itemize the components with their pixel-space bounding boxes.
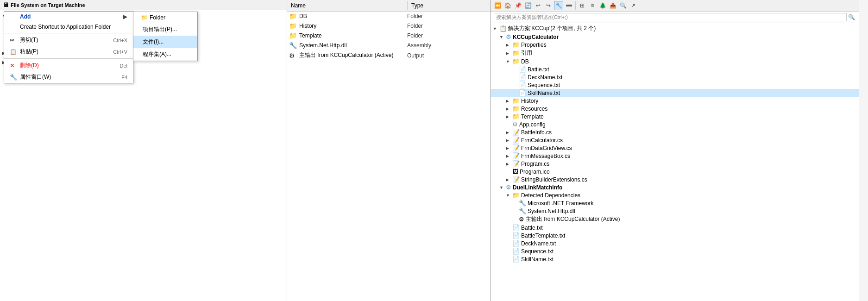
- toolbar-grid-btn[interactable]: ⊞: [578, 1, 587, 10]
- menu-item-create-shortcut[interactable]: Create Shortcut to Application Folder: [4, 22, 133, 32]
- sol-item-kccupcalculator[interactable]: ▼ ⚙ KCCupCalculator: [491, 33, 859, 41]
- folder-icon: 📁: [512, 50, 520, 56]
- sol-item-stringbuilder-cs[interactable]: ▶ 📝 StringBuilderExtensions.cs: [491, 176, 859, 183]
- arrow-icon: ▶: [506, 130, 512, 135]
- toolbar-expand-btn[interactable]: ↗: [629, 1, 638, 10]
- sol-item-solution[interactable]: ▼ 📋 解决方案'KCCup'(2 个项目, 共 2 个): [491, 24, 859, 33]
- sol-label-main-output: 主输出 from KCCupCalculator (Active): [526, 215, 620, 223]
- file-name: History: [298, 23, 407, 29]
- arrow-icon: ▼: [499, 185, 506, 190]
- sol-item-skillname-txt[interactable]: 📄 SkillName.txt: [491, 89, 859, 97]
- sol-label-skillname-txt: SkillName.txt: [528, 90, 560, 96]
- submenu-item-file[interactable]: 文件(I)...: [133, 36, 197, 48]
- toolbar-refresh-btn[interactable]: 🔄: [523, 1, 533, 10]
- file-type: Folder: [407, 23, 481, 29]
- sol-item-battletemplate-txt[interactable]: 📄 BattleTemplate.txt: [491, 232, 859, 239]
- sol-label-references: 引用: [521, 49, 532, 57]
- sol-item-ms-net[interactable]: 🔧 Microsoft .NET Framework: [491, 199, 859, 207]
- sol-item-program-ico[interactable]: 🖼 Program.ico: [491, 168, 859, 176]
- menu-item-delete[interactable]: ✕ 删除(D) Del: [4, 60, 133, 71]
- net-icon: 🔧: [519, 200, 526, 207]
- toolbar-redo-btn[interactable]: ↪: [544, 1, 553, 10]
- toolbar-undo-btn[interactable]: ↩: [534, 1, 543, 10]
- folder-icon: 📁: [141, 14, 148, 21]
- sol-item-properties[interactable]: ▶ 📁 Properties: [491, 41, 859, 49]
- paste-icon: 📋: [10, 49, 18, 55]
- cs-icon: 📝: [512, 144, 520, 151]
- sol-item-history[interactable]: ▶ 📁 History: [491, 97, 859, 105]
- sol-item-main-output[interactable]: ⚙ 主输出 from KCCupCalculator (Active): [491, 215, 859, 224]
- project-icon: ⚙: [506, 33, 511, 40]
- sol-item-duellinkmatchinfo[interactable]: ▼ ⚙ DuelLinkMatchInfo: [491, 183, 859, 191]
- sol-item-battleinfo-cs[interactable]: ▶ 📝 BattleInfo.cs: [491, 128, 859, 136]
- sol-item-battle-txt2[interactable]: 📄 Battle.txt: [491, 224, 859, 232]
- sol-item-references[interactable]: ▶ 📁 引用: [491, 49, 859, 57]
- sol-item-system-net-http[interactable]: 🔧 System.Net.Http.dll: [491, 207, 859, 215]
- submenu-item-target-output[interactable]: 项目输出(P)...: [133, 23, 197, 36]
- toolbar-minus-btn[interactable]: ➖: [564, 1, 573, 10]
- vertical-tab[interactable]: 解决方案资源管理器: [860, 2, 868, 6]
- sol-item-battle-txt[interactable]: 📄 Battle.txt: [491, 65, 859, 73]
- menu-item-cut[interactable]: ✂ 剪切(T) Ctrl+X: [4, 34, 133, 46]
- col-header-name[interactable]: Name: [287, 1, 408, 10]
- toolbar-preview-btn[interactable]: 📤: [608, 1, 617, 10]
- col-type-label: Type: [411, 2, 423, 9]
- toolbar-pin-btn[interactable]: 📌: [513, 1, 522, 10]
- menu-item-properties[interactable]: 🔧 属性窗口(W) F4: [4, 71, 133, 83]
- txt-icon: 📄: [512, 248, 520, 255]
- sol-item-detected-deps[interactable]: ▼ 📁 Detected Dependencies: [491, 191, 859, 199]
- col-header-type[interactable]: Type: [408, 1, 482, 10]
- sol-item-db[interactable]: ▼ 📁 DB: [491, 57, 859, 65]
- file-row[interactable]: 📁 Template Folder: [287, 31, 491, 41]
- menu-label-add: Add: [20, 13, 121, 20]
- menu-item-paste[interactable]: 📋 粘贴(P) Ctrl+V: [4, 46, 133, 57]
- vertical-sidebar: 解决方案资源管理器: [859, 0, 868, 301]
- file-row[interactable]: ⚙ 主输出 from KCCupCalculator (Active) Outp…: [287, 50, 491, 61]
- toolbar-tree-btn[interactable]: 🌲: [598, 1, 607, 10]
- file-row[interactable]: 🔧 System.Net.Http.dll Assembly: [287, 41, 491, 50]
- toolbar-search-btn[interactable]: 🔍: [618, 1, 628, 10]
- sol-item-template[interactable]: ▶ 📁 Template: [491, 113, 859, 120]
- sol-item-skillname-txt2[interactable]: 📄 SkillName.txt: [491, 255, 859, 263]
- search-icon-btn[interactable]: 🔍: [847, 13, 856, 22]
- file-list[interactable]: 📁 DB Folder 📁 History Folder 📁 Template …: [287, 12, 491, 301]
- toolbar-home-btn[interactable]: 🏠: [503, 1, 512, 10]
- sol-label-template: Template: [521, 113, 544, 120]
- sol-label-properties: Properties: [521, 42, 547, 48]
- menu-item-add[interactable]: Add ▶ 📁 Folder 项目输出(P)...: [4, 12, 133, 22]
- sol-label-solution: 解决方案'KCCup'(2 个项目, 共 2 个): [508, 25, 596, 32]
- cut-shortcut: Ctrl+X: [113, 38, 127, 43]
- delete-shortcut: Del: [120, 63, 127, 69]
- assembly-icon: 🔧: [289, 42, 298, 49]
- cs-icon: 📝: [512, 129, 520, 136]
- sol-item-frmdatagridview-cs[interactable]: ▶ 📝 FrmDataGridView.cs: [491, 144, 859, 152]
- sol-label-battle-txt2: Battle.txt: [521, 225, 543, 231]
- file-row[interactable]: 📁 History Folder: [287, 21, 491, 31]
- sol-item-app-config[interactable]: ⚙ App.config: [491, 120, 859, 128]
- toolbar-settings-btn[interactable]: 🔧: [554, 1, 563, 10]
- submenu-item-assembly[interactable]: 程序集(A)...: [133, 48, 197, 61]
- txt-icon: 📄: [519, 66, 526, 73]
- sol-label-app-config: App.config: [519, 121, 546, 128]
- sol-item-deckname-txt2[interactable]: 📄 DeckName.txt: [491, 239, 859, 247]
- sol-item-deckname-txt[interactable]: 📄 DeckName.txt: [491, 73, 859, 81]
- search-input[interactable]: [494, 13, 847, 21]
- solution-explorer-tree[interactable]: ▼ 📋 解决方案'KCCup'(2 个项目, 共 2 个) ▼ ⚙ KCCupC…: [491, 23, 859, 301]
- arrow-icon: ▶: [506, 99, 512, 103]
- sol-label-frmcalculator-cs: FrmCalculator.cs: [521, 137, 563, 144]
- cut-icon: ✂: [10, 37, 18, 44]
- toolbar-list-btn[interactable]: ≡: [588, 1, 597, 10]
- file-type: Folder: [407, 13, 481, 19]
- folder-icon: 📁: [289, 22, 298, 30]
- sol-item-program-cs[interactable]: ▶ 📝 Program.cs: [491, 160, 859, 168]
- file-row[interactable]: 📁 DB Folder: [287, 12, 491, 21]
- sol-item-sequence-txt[interactable]: 📄 Sequence.txt: [491, 81, 859, 89]
- sol-item-resources[interactable]: ▶ 📁 Resources: [491, 105, 859, 113]
- sol-item-frmcalculator-cs[interactable]: ▶ 📝 FrmCalculator.cs: [491, 136, 859, 144]
- computer-icon: 🖥: [3, 1, 9, 8]
- toolbar-back-btn[interactable]: ⏪: [493, 1, 502, 10]
- submenu-item-folder[interactable]: 📁 Folder: [133, 12, 197, 23]
- sol-item-frmmessagebox-cs[interactable]: ▶ 📝 FrmMessageBox.cs: [491, 152, 859, 160]
- txt-icon: 📄: [512, 256, 520, 263]
- sol-item-sequence-txt2[interactable]: 📄 Sequence.txt: [491, 247, 859, 255]
